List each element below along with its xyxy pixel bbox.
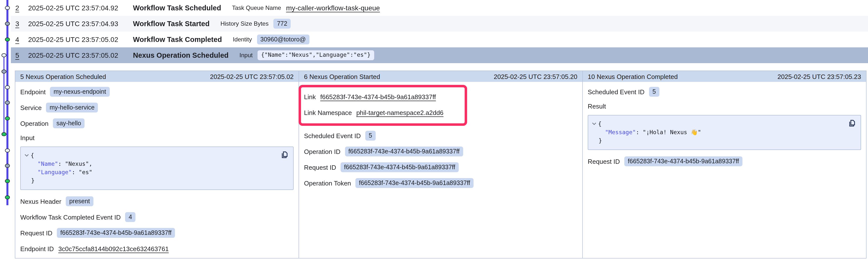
event-number-link[interactable]: 5 [15,51,22,59]
service-badge: my-hello-service [46,103,98,113]
nexus-header-badge: present [66,196,93,207]
copy-icon[interactable] [281,151,289,159]
panel-header: 10 Nexus Operation Completed 2025-02-25 … [583,71,866,82]
event-number-link[interactable]: 3 [15,20,22,28]
link-namespace-link[interactable]: phil-target-namespace2.a2dd6 [356,109,444,116]
result-json-viewer: { "Message": "¡Hola! Nexus 👋" } [588,115,861,150]
request-id-badge: f665283f-743e-4374-b45b-9a61a89337ff [624,156,742,166]
panel-body: Link f665283f-743e-4374-b45b-9a61a89337f… [299,82,582,258]
event-status-dot-green [5,195,10,199]
endpoint-id-link[interactable]: 3c0c75ccfa8144b092c13ce632463761 [58,245,169,252]
result-label: Result [588,103,861,111]
event-status-dot-gray [5,164,10,168]
event-row[interactable]: 3 2025-02-25 UTC 23:57:04.93 Workflow Ta… [11,16,868,32]
field-label: Endpoint ID [20,245,54,252]
event-number-link[interactable]: 4 [15,36,22,43]
field-label: Scheduled Event ID [304,132,361,139]
event-timestamp: 2025-02-25 UTC 23:57:04.92 [28,4,133,12]
event-history-view: 2 2025-02-25 UTC 23:57:04.92 Workflow Ta… [0,0,868,260]
event-table: 2 2025-02-25 UTC 23:57:04.92 Workflow Ta… [0,0,868,63]
request-id-badge: f665283f-743e-4374-b45b-9a61a89337ff [341,162,459,173]
event-detail-label: Input [240,52,253,59]
field-label: Request ID [304,163,336,171]
field-label: Request ID [588,158,620,165]
panel-title: 5 Nexus Operation Scheduled [20,73,106,80]
event-detail-label: Identity [233,36,252,43]
copy-icon[interactable] [848,119,856,127]
event-input-badge: {"Name":"Nexus","Language":"es"} [257,50,374,60]
request-id-badge: f665283f-743e-4374-b45b-9a61a89337ff [57,228,175,238]
panel-title: 6 Nexus Operation Started [304,73,380,80]
scheduled-event-id-badge: 5 [649,87,659,97]
panel-header: 5 Nexus Operation Scheduled 2025-02-25 U… [15,71,299,82]
field-label: Link [304,93,316,100]
panel-body: Endpoint my-nexus-endpoint Service my-he… [15,82,299,260]
operation-id-badge: f665283f-743e-4374-b45b-9a61a89337ff [345,147,463,157]
panel-nexus-operation-started: 6 Nexus Operation Started 2025-02-25 UTC… [299,71,582,258]
input-json-viewer: { "Name": "Nexus", "Language": "es" } [20,147,293,190]
event-detail-badge: 30960@totoro@ [257,35,309,45]
event-detail-label: Task Queue Name [232,4,281,11]
panel-nexus-operation-scheduled: 5 Nexus Operation Scheduled 2025-02-25 U… [15,71,299,258]
event-row[interactable]: 2 2025-02-25 UTC 23:57:04.92 Workflow Ta… [11,0,868,16]
event-timestamp: 2025-02-25 UTC 23:57:05.02 [28,51,133,59]
wtc-event-id-badge: 4 [125,212,136,222]
event-timestamp: 2025-02-25 UTC 23:57:04.93 [28,20,133,28]
event-detail-badge: 772 [274,19,291,29]
event-timestamp: 2025-02-25 UTC 23:57:05.02 [28,36,133,43]
field-label: Operation Token [304,179,351,187]
nexus-link[interactable]: f665283f-743e-4374-b45b-9a61a89337ff [320,93,436,100]
scheduled-event-id-badge: 5 [365,131,376,141]
panel-nexus-operation-completed: 10 Nexus Operation Completed 2025-02-25 … [582,71,866,258]
event-title: Workflow Task Completed [133,36,222,43]
event-detail-label: History Size Bytes [220,20,269,27]
chevron-down-icon[interactable] [24,151,31,160]
event-row[interactable]: 4 2025-02-25 UTC 23:57:05.02 Workflow Ta… [11,32,868,47]
field-label: Nexus Header [20,197,61,205]
event-status-dot-green [5,179,10,183]
event-title: Workflow Task Started [133,20,210,28]
panel-timestamp: 2025-02-25 UTC 23:57:05.02 [210,73,293,80]
field-label: Endpoint [20,88,46,96]
endpoint-badge: my-nexus-endpoint [50,87,110,97]
field-label: Operation [20,120,49,127]
panel-timestamp: 2025-02-25 UTC 23:57:05.23 [778,73,861,80]
panel-body: Scheduled Event ID 5 Result { "Message":… [583,82,866,258]
input-label: Input [20,134,293,143]
event-status-dot-green [5,116,10,121]
field-label: Workflow Task Completed Event ID [20,213,121,221]
event-title: Nexus Operation Scheduled [133,51,228,59]
field-label: Scheduled Event ID [588,88,645,96]
field-label: Operation ID [304,148,340,155]
panel-title: 10 Nexus Operation Completed [588,73,678,80]
operation-badge: say-hello [53,118,85,128]
event-status-dot-white [5,149,10,153]
event-status-dot-white [5,85,10,89]
event-status-dot-gray [1,70,6,74]
field-label: Request ID [20,229,52,236]
panel-header: 6 Nexus Operation Started 2025-02-25 UTC… [299,71,582,82]
field-label: Service [20,104,42,111]
task-queue-link[interactable]: my-caller-workflow-task-queue [286,4,380,12]
event-status-dot-gray [5,101,10,105]
annotation-highlight-box: Link f665283f-743e-4374-b45b-9a61a89337f… [299,85,467,126]
timeline-branch-line [3,55,4,134]
event-row-selected[interactable]: 5 2025-02-25 UTC 23:57:05.02 Nexus Opera… [11,47,868,63]
event-number-link[interactable]: 2 [15,4,22,12]
event-detail-panels: 5 Nexus Operation Scheduled 2025-02-25 U… [15,71,867,259]
operation-token-badge: f665283f-743e-4374-b45b-9a61a89337ff [355,178,473,188]
event-status-dot-green [1,132,6,137]
event-title: Workflow Task Scheduled [133,4,221,12]
chevron-down-icon[interactable] [592,120,598,128]
field-label: Link Namespace [304,109,352,116]
panel-timestamp: 2025-02-25 UTC 23:57:05.20 [494,73,577,80]
